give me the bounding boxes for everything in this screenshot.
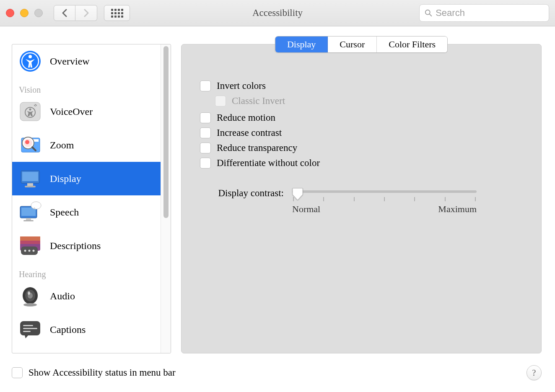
window-controls — [6, 9, 43, 17]
contrast-slider-block: Display contrast: Normal Maximum — [200, 188, 523, 215]
sidebar-scrollbar[interactable] — [161, 44, 171, 353]
sidebar-item-label: Speech — [50, 207, 79, 218]
classic-invert-row: Classic Invert — [200, 96, 523, 106]
svg-point-29 — [33, 250, 35, 252]
differentiate-without-color-row: Differentiate without color — [200, 158, 523, 169]
close-window-button[interactable] — [6, 9, 14, 17]
slider-min-label: Normal — [292, 204, 320, 215]
sidebar-item-display[interactable]: Display — [12, 162, 161, 195]
content-area: Overview Vision VoiceOver Zoom Display — [0, 26, 555, 353]
search-container — [419, 4, 549, 22]
voiceover-icon — [18, 99, 42, 124]
window-title: Accessibility — [252, 8, 303, 18]
increase-contrast-row: Increase contrast — [200, 127, 523, 138]
svg-rect-15 — [22, 172, 38, 181]
nav-buttons — [54, 5, 97, 21]
svg-rect-5 — [20, 102, 40, 121]
sidebar-item-audio[interactable]: Audio — [12, 279, 161, 313]
speech-icon — [18, 200, 42, 224]
grid-icon — [111, 9, 123, 18]
svg-rect-20 — [26, 218, 31, 220]
audio-icon — [18, 284, 42, 308]
invert-colors-row: Invert colors — [200, 80, 523, 91]
invert-colors-label: Invert colors — [217, 80, 266, 91]
tab-color-filters[interactable]: Color Filters — [377, 36, 447, 52]
back-button[interactable] — [54, 5, 75, 21]
sidebar-item-label: Zoom — [50, 140, 74, 151]
sidebar-item-voiceover[interactable]: VoiceOver — [12, 95, 161, 128]
svg-rect-38 — [23, 331, 31, 332]
reduce-motion-label: Reduce motion — [217, 112, 275, 123]
scrollbar-thumb[interactable] — [163, 46, 169, 218]
contrast-slider[interactable]: Normal Maximum — [292, 188, 477, 215]
show-all-button[interactable] — [104, 5, 130, 21]
forward-button — [75, 5, 97, 21]
sidebar-item-label: VoiceOver — [50, 106, 93, 117]
zoom-icon — [18, 133, 42, 157]
svg-point-22 — [31, 202, 41, 209]
classic-invert-label: Classic Invert — [232, 96, 285, 106]
reduce-motion-checkbox[interactable] — [200, 112, 211, 123]
slider-end-labels: Normal Maximum — [292, 204, 477, 215]
svg-point-28 — [29, 250, 31, 252]
search-input[interactable] — [436, 8, 544, 18]
sidebar: Overview Vision VoiceOver Zoom Display — [12, 44, 171, 353]
tab-control: Display Cursor Color Filters — [275, 36, 448, 53]
classic-invert-checkbox — [215, 96, 226, 106]
sidebar-item-label: Captions — [50, 324, 86, 335]
slider-ticks — [292, 197, 477, 201]
differentiate-without-color-checkbox[interactable] — [200, 158, 211, 169]
svg-rect-17 — [25, 186, 36, 187]
minimize-window-button[interactable] — [20, 9, 29, 17]
increase-contrast-checkbox[interactable] — [200, 127, 211, 138]
sidebar-item-label: Descriptions — [50, 240, 101, 252]
titlebar: Accessibility — [0, 0, 555, 26]
slider-thumb[interactable] — [291, 187, 304, 203]
slider-track — [292, 190, 477, 193]
sidebar-section-hearing: Hearing — [12, 262, 161, 279]
invert-colors-checkbox[interactable] — [200, 80, 211, 91]
tab-cursor[interactable]: Cursor — [328, 36, 377, 52]
sidebar-item-label: Overview — [50, 56, 90, 67]
contrast-label: Display contrast: — [200, 188, 284, 199]
reduce-transparency-label: Reduce transparency — [217, 143, 297, 153]
sidebar-item-speech[interactable]: Speech — [12, 195, 161, 229]
svg-point-4 — [29, 55, 32, 58]
sidebar-section-vision: Vision — [12, 78, 161, 95]
search-field[interactable] — [419, 4, 549, 22]
descriptions-icon — [18, 234, 42, 258]
svg-rect-21 — [23, 220, 34, 221]
svg-point-12 — [25, 140, 29, 144]
maximize-window-button — [34, 9, 43, 17]
captions-icon — [18, 317, 42, 342]
sidebar-item-overview[interactable]: Overview — [12, 44, 161, 78]
sidebar-item-label: Display — [50, 173, 81, 184]
svg-point-0 — [425, 10, 430, 15]
settings-panel: Display Cursor Color Filters Invert colo… — [181, 44, 542, 353]
sidebar-list[interactable]: Overview Vision VoiceOver Zoom Display — [12, 44, 161, 353]
svg-rect-25 — [20, 241, 40, 244]
sidebar-item-captions[interactable]: Captions — [12, 313, 161, 346]
svg-point-34 — [23, 303, 37, 306]
reduce-transparency-row: Reduce transparency — [200, 143, 523, 153]
sidebar-item-label: Audio — [50, 291, 75, 302]
svg-rect-37 — [23, 328, 37, 329]
svg-rect-16 — [27, 183, 33, 186]
svg-point-33 — [28, 291, 30, 295]
differentiate-without-color-label: Differentiate without color — [217, 158, 320, 169]
tab-display[interactable]: Display — [275, 36, 328, 52]
display-icon — [18, 166, 42, 191]
search-icon — [425, 9, 432, 17]
sidebar-item-zoom[interactable]: Zoom — [12, 128, 161, 162]
svg-line-1 — [430, 14, 432, 16]
svg-point-27 — [24, 250, 26, 252]
reduce-transparency-checkbox[interactable] — [200, 143, 211, 153]
increase-contrast-label: Increase contrast — [217, 127, 282, 138]
svg-point-7 — [29, 109, 31, 111]
sidebar-item-descriptions[interactable]: Descriptions — [12, 229, 161, 262]
overview-icon — [18, 49, 42, 73]
slider-max-label: Maximum — [438, 204, 477, 215]
svg-rect-36 — [23, 325, 33, 326]
svg-rect-24 — [20, 236, 40, 241]
panel-content: Invert colors Classic Invert Reduce moti… — [182, 44, 541, 231]
